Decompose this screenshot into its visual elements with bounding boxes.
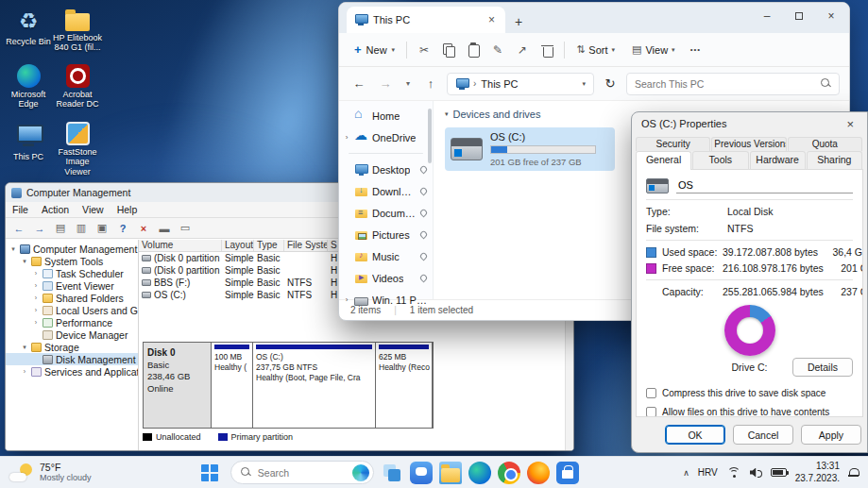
sidebar-item[interactable]: Downloads	[341, 180, 431, 202]
sidebar-scrollbar[interactable]	[428, 109, 432, 163]
minimize-button[interactable]: –	[755, 7, 779, 25]
view-button[interactable]: ▤ View ▾	[626, 40, 681, 59]
tree-expander-icon[interactable]: ›	[32, 319, 40, 326]
tree-item[interactable]: ▾ System Tools	[6, 255, 138, 267]
tab[interactable]: Hardware	[750, 151, 806, 169]
tree-item[interactable]: ▾ Storage	[6, 341, 138, 353]
dialog-close-button[interactable]: ×	[842, 117, 858, 131]
volume-icon[interactable]	[176, 220, 195, 237]
tree-expander-icon[interactable]: ›	[32, 294, 40, 301]
share-icon[interactable]	[511, 39, 534, 61]
tree-item[interactable]: › Shared Folders	[6, 292, 138, 304]
disk-header[interactable]: Disk 0 Basic 238,46 GB Online	[144, 343, 212, 428]
partition[interactable]: 100 MB Healthy (	[212, 343, 253, 428]
details-button[interactable]: Details	[792, 358, 853, 377]
weather-widget[interactable]: 75°F Mostly cloudy	[9, 462, 92, 484]
sidebar-item[interactable]: Pictures	[341, 224, 431, 245]
clock[interactable]: 13:31 23.7.2023.	[795, 461, 840, 484]
close-button[interactable]: ×	[819, 7, 843, 25]
explorer-tab[interactable]: This PC ×	[347, 7, 505, 33]
rename-icon[interactable]	[486, 39, 509, 61]
sidebar-item[interactable]: › OneDrive	[341, 126, 431, 148]
menu-item[interactable]: View	[76, 204, 111, 215]
wifi-icon[interactable]	[726, 466, 741, 479]
tree-expander-icon[interactable]: ›	[21, 368, 28, 375]
tab[interactable]: Previous Versions	[711, 137, 786, 151]
maximize-button[interactable]	[787, 7, 811, 25]
desktop-icon[interactable]: FastStone Image Viewer	[53, 119, 102, 177]
search-input[interactable]	[635, 78, 815, 90]
delete-icon[interactable]	[536, 39, 558, 61]
back-button[interactable]: ←	[349, 74, 369, 94]
tree-item[interactable]: › Performance	[6, 316, 138, 328]
cancel-button[interactable]: Cancel	[733, 425, 793, 445]
tree-expander-icon[interactable]: ▾	[9, 245, 17, 253]
tree-item[interactable]: Disk Management	[6, 353, 138, 365]
tab[interactable]: Security	[636, 137, 710, 151]
menu-item[interactable]: Action	[35, 204, 76, 215]
sidebar-item[interactable]: Desktop	[341, 159, 431, 180]
apply-button[interactable]: Apply	[801, 425, 861, 445]
sidebar-item[interactable]: Documents	[341, 202, 431, 224]
tree-icon[interactable]	[51, 220, 70, 237]
paste-icon[interactable]	[462, 39, 485, 61]
ok-button[interactable]: OK	[665, 425, 725, 445]
see-more-button[interactable]: •••	[687, 42, 705, 58]
address-bar[interactable]: › This PC ▾	[447, 73, 594, 95]
sidebar-item[interactable]: Home	[341, 105, 431, 126]
task-view-icon[interactable]	[381, 462, 403, 484]
menu-item[interactable]: Help	[111, 204, 145, 215]
tree-item[interactable]: › Local Users and Groups	[6, 304, 138, 316]
tree-expander-icon[interactable]: ›	[32, 307, 40, 313]
firefox-icon[interactable]	[527, 462, 550, 484]
file-explorer-icon[interactable]	[439, 462, 462, 484]
copy-icon[interactable]	[437, 39, 460, 61]
column-header[interactable]: Volume	[139, 240, 222, 251]
forward-button[interactable]: →	[375, 74, 396, 94]
volume-icon[interactable]	[750, 467, 762, 479]
tab[interactable]: Tools	[692, 151, 748, 169]
properties-icon[interactable]	[93, 220, 111, 237]
sidebar-item[interactable]: Music	[341, 245, 431, 267]
column-header[interactable]: File System	[284, 240, 328, 251]
sidebar-item[interactable]: › Win. 11 Pro (64	[341, 289, 431, 311]
tab[interactable]: General	[636, 151, 691, 170]
taskbar-search-box[interactable]	[230, 461, 374, 484]
chrome-icon[interactable]	[498, 462, 520, 484]
index-checkbox[interactable]	[646, 407, 656, 417]
menu-item[interactable]: File	[6, 204, 35, 215]
tree-item[interactable]: ▾ Computer Management (Local)	[6, 243, 138, 255]
tree-expander-icon[interactable]: ▾	[21, 258, 28, 265]
partition[interactable]: 625 MB Healthy (Reco	[376, 343, 433, 428]
recent-locations-button[interactable]: ▾	[401, 74, 415, 94]
sidebar-item[interactable]: Videos	[341, 267, 431, 289]
sidebar-chevron-icon[interactable]: ›	[343, 295, 350, 304]
tab[interactable]: Quota	[788, 137, 862, 151]
battery-icon[interactable]	[771, 468, 787, 477]
delete-icon[interactable]	[134, 220, 153, 237]
column-header[interactable]: Layout	[222, 240, 254, 251]
bing-icon[interactable]	[352, 464, 369, 481]
desktop-icon[interactable]: Acrobat Reader DC	[53, 61, 102, 119]
breadcrumb[interactable]: This PC	[481, 78, 518, 90]
store-icon[interactable]	[556, 462, 579, 484]
compress-checkbox[interactable]	[646, 388, 656, 398]
tree-item[interactable]: Device Manager	[6, 328, 138, 341]
new-tab-button[interactable]: +	[515, 14, 522, 29]
drive-tile-os-c[interactable]: OS (C:) 201 GB free of 237 GB	[445, 127, 615, 171]
up-button[interactable]: ↑	[420, 74, 441, 94]
cut-icon[interactable]	[413, 39, 435, 61]
hidden-icons-button[interactable]: ∧	[683, 468, 689, 478]
chat-icon[interactable]	[410, 462, 433, 484]
tree-item[interactable]: › Task Scheduler	[6, 267, 138, 279]
desktop-icon[interactable]: HP Elitebook 840 G1 (fil...	[53, 4, 102, 61]
tree-expander-icon[interactable]: ›	[32, 270, 40, 277]
tree-expander-icon[interactable]: ▾	[21, 344, 28, 351]
desktop-icon[interactable]: Recycle Bin	[4, 4, 53, 61]
help-icon[interactable]	[113, 220, 132, 237]
column-header[interactable]: Type	[254, 240, 284, 251]
dialog-title-bar[interactable]: OS (C:) Properties ×	[632, 112, 867, 135]
refresh-button[interactable]: ↻	[600, 74, 621, 94]
export-icon[interactable]	[72, 220, 91, 237]
start-button[interactable]	[201, 464, 218, 481]
